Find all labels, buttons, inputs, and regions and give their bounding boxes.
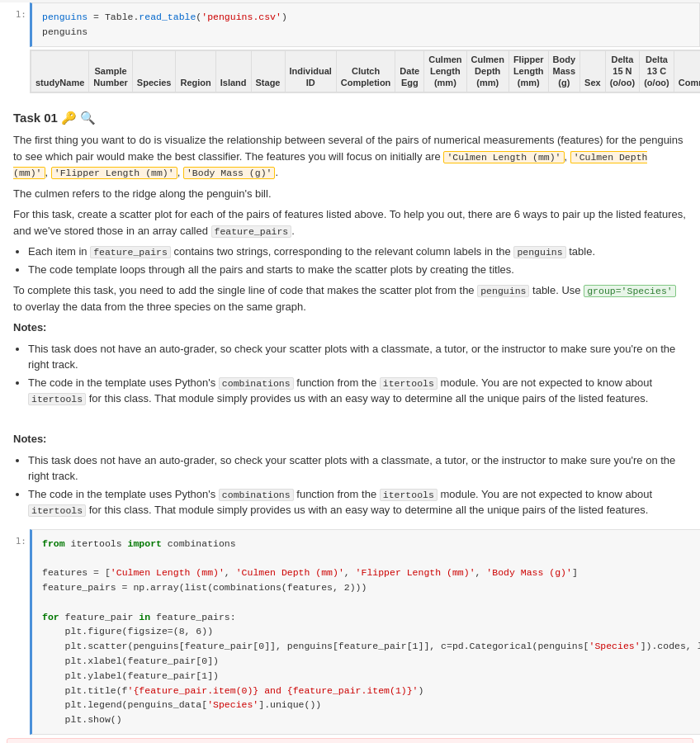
task01-markdown: Task 01 🔑 🔍 The first thing you want to …	[0, 96, 700, 527]
task01-list-item1: Each item in feature_pairs contains two …	[28, 244, 687, 260]
cell-label-1: 1:	[0, 2, 30, 47]
notes2-item1: This task does not have an auto-grader, …	[28, 452, 687, 485]
task01-label: Task 01	[13, 109, 58, 128]
col-culmendepth: CulmenDepth(mm)	[466, 50, 508, 92]
col-delta15n: Delta15 N(o/oo)	[605, 50, 640, 92]
notes1-list: This task does not have an auto-grader, …	[28, 341, 687, 407]
cell-code-1: 1: penguins = Table.read_table('penguins…	[0, 2, 700, 47]
col-region: Region	[176, 50, 215, 92]
notes2-label: Notes:	[13, 431, 687, 447]
penguins-table: studyName SampleNumber Species Region Is…	[31, 50, 700, 92]
notes2-item2: The code in the template uses Python's c…	[28, 486, 687, 518]
code-block-2[interactable]: from itertools import combinations featu…	[30, 529, 700, 736]
col-studyname: studyName	[31, 50, 89, 92]
col-samplenumber: SampleNumber	[89, 50, 133, 92]
code-block-1[interactable]: penguins = Table.read_table('penguins.cs…	[30, 2, 700, 47]
col-comments: Comments	[674, 50, 700, 92]
col-individualid: IndividualID	[285, 50, 336, 92]
data-table-container: studyName SampleNumber Species Region Is…	[30, 50, 700, 93]
col-island: Island	[215, 50, 251, 92]
cell-code-2: 1: from itertools import combinations fe…	[0, 529, 700, 736]
col-flipperlength: FlipperLength(mm)	[508, 50, 548, 92]
task01-para2: The culmen refers to the ridge along the…	[13, 186, 687, 202]
error-output: ----------------------------------------…	[7, 738, 693, 743]
notebook-container: 1: penguins = Table.read_table('penguins…	[0, 2, 700, 743]
cell-table: studyName SampleNumber Species Region Is…	[0, 50, 700, 93]
col-stage: Stage	[251, 50, 285, 92]
task01-heading: Task 01 🔑 🔍	[13, 109, 687, 128]
col-species: Species	[132, 50, 176, 92]
notes1-label: Notes:	[13, 319, 687, 336]
col-clutchcompletion: ClutchCompletion	[336, 50, 395, 92]
task01-para4: To complete this task, you need to add t…	[13, 282, 687, 315]
task01-para3: For this task, create a scatter plot for…	[13, 206, 687, 239]
task01-list1: Each item in feature_pairs contains two …	[28, 244, 687, 277]
notes1-item1: This task does not have an auto-grader, …	[28, 341, 687, 373]
task01-para1: The first thing you want to do is visual…	[13, 132, 687, 181]
key-icon: 🔑	[61, 109, 77, 128]
search-icon: 🔍	[80, 109, 96, 128]
col-sex: Sex	[580, 50, 606, 92]
cell-label-2: 1:	[0, 529, 30, 736]
col-bodymass: BodyMass(g)	[548, 50, 580, 92]
col-culmenlength: CulmenLength(mm)	[424, 50, 466, 92]
task01-list-item2: The code template loops through all the …	[28, 262, 687, 278]
col-delta13c: Delta13 C(o/oo)	[640, 50, 674, 92]
notes2-list: This task does not have an auto-grader, …	[28, 452, 687, 518]
cell-label-table	[0, 50, 30, 93]
col-dateegg: DateEgg	[395, 50, 424, 92]
notes1-item2: The code in the template uses Python's c…	[28, 375, 687, 407]
